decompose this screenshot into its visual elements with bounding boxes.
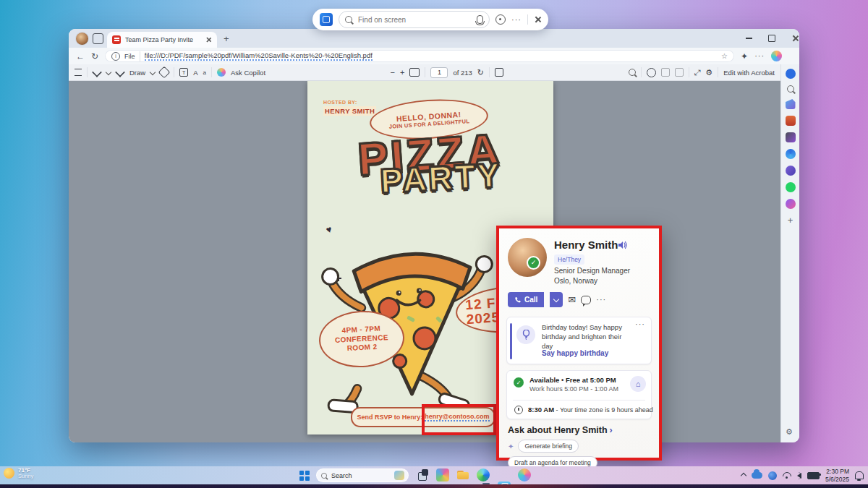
- url-text[interactable]: file:///D:/PDF/sample%20pdf/William%20Sa…: [145, 51, 373, 61]
- edit-with-acrobat-button[interactable]: Edit with Acrobat: [723, 69, 775, 77]
- onedrive-icon[interactable]: [752, 472, 762, 479]
- contact-more-icon[interactable]: ···: [596, 296, 606, 304]
- find-on-screen-input[interactable]: [357, 15, 472, 25]
- fit-to-width-icon[interactable]: [409, 68, 420, 77]
- contact-avatar[interactable]: [508, 238, 547, 277]
- file-explorer-icon[interactable]: [456, 468, 469, 481]
- browser-toolbar: ← ↻ i File file:///D:/PDF/sample%20pdf/W…: [69, 48, 799, 64]
- task-view-button[interactable]: [416, 468, 429, 481]
- tab-close-icon[interactable]: [205, 37, 211, 43]
- text-box-icon[interactable]: T: [179, 68, 188, 77]
- translate-icon[interactable]: a: [203, 69, 206, 76]
- birthday-more-icon[interactable]: ···: [635, 320, 645, 328]
- add-sidebar-app-icon[interactable]: +: [788, 215, 793, 225]
- whatsapp-icon[interactable]: [786, 182, 796, 192]
- favorites-star-icon[interactable]: ☆: [721, 52, 728, 60]
- tray-time: 2:30 PM: [826, 468, 849, 475]
- browser-profile-avatar[interactable]: [75, 32, 89, 46]
- settings-gear-icon[interactable]: ⚙: [705, 69, 712, 77]
- microphone-icon[interactable]: [477, 15, 483, 24]
- suggestion-generate-briefing[interactable]: Generate briefing: [518, 440, 579, 453]
- read-aloud-icon[interactable]: A: [193, 69, 197, 77]
- drop-icon[interactable]: [786, 166, 796, 176]
- wifi-icon[interactable]: [783, 472, 791, 479]
- start-button[interactable]: [299, 471, 310, 481]
- find-on-screen-bar: ···: [312, 9, 548, 30]
- search-icon: [345, 16, 352, 23]
- edge-taskbar-icon[interactable]: [477, 468, 490, 481]
- ask-copilot-label[interactable]: Ask Copilot: [231, 69, 265, 77]
- call-dropdown-button[interactable]: [550, 292, 563, 307]
- tray-overflow-icon[interactable]: [741, 472, 746, 478]
- save-icon[interactable]: [661, 68, 670, 77]
- notifications-bell-icon[interactable]: [786, 69, 796, 79]
- window-close-button[interactable]: [784, 29, 799, 48]
- table-of-contents-icon[interactable]: [75, 69, 82, 76]
- ask-about-label: Ask about Henry Smith: [508, 425, 608, 435]
- eraser-icon[interactable]: [158, 67, 171, 79]
- say-happy-birthday-link[interactable]: Say happy birthday: [542, 349, 608, 357]
- find-on-screen-field[interactable]: [339, 11, 490, 28]
- more-options-icon[interactable]: ···: [511, 16, 522, 24]
- minimize-button[interactable]: [738, 29, 760, 48]
- microsoft365-icon[interactable]: [786, 149, 796, 159]
- browser-menu-icon[interactable]: ···: [754, 52, 765, 60]
- email-icon[interactable]: ✉: [568, 295, 576, 304]
- weather-widget[interactable]: 71°F Sunny: [4, 467, 33, 480]
- search-highlight-icon: [394, 471, 404, 480]
- tab-title: Team Pizza Party Invite: [125, 36, 200, 43]
- call-button[interactable]: Call: [508, 292, 544, 307]
- copilot-pdf-icon[interactable]: [217, 68, 226, 77]
- sidebar-settings-icon[interactable]: ⚙: [786, 427, 793, 437]
- tab-actions-icon[interactable]: [93, 33, 103, 44]
- ask-about-heading[interactable]: Ask about Henry Smith›: [508, 425, 613, 435]
- desktop: ··· Team Pizza Party Invite + ← ↻ i File: [0, 0, 868, 488]
- volume-icon[interactable]: [797, 473, 801, 479]
- media-app-icon[interactable]: [436, 468, 449, 481]
- tray-app-icon[interactable]: [768, 471, 777, 480]
- email-annotation-box: [422, 404, 496, 435]
- save-as-icon[interactable]: [675, 68, 684, 77]
- back-icon[interactable]: ←: [76, 52, 85, 61]
- fullscreen-icon[interactable]: ⤢: [694, 69, 701, 77]
- pronouns-chip: He/They: [554, 254, 584, 265]
- refresh-icon[interactable]: ↻: [91, 52, 98, 61]
- pdf-search-icon[interactable]: [629, 69, 636, 76]
- page-info-icon[interactable]: i: [111, 52, 120, 61]
- tools-icon[interactable]: [786, 116, 796, 126]
- copilot-icon[interactable]: [771, 51, 782, 61]
- draw-dropdown-icon[interactable]: [150, 69, 156, 75]
- chat-icon[interactable]: [581, 296, 591, 304]
- notification-center-icon[interactable]: [855, 471, 864, 479]
- collections-icon[interactable]: ✦: [741, 52, 748, 61]
- battery-icon[interactable]: [807, 472, 820, 479]
- highlighter-icon[interactable]: [115, 67, 125, 77]
- taskbar-search[interactable]: Search: [316, 468, 409, 482]
- pen-icon[interactable]: [92, 67, 102, 77]
- copilot-taskbar-icon[interactable]: [518, 468, 531, 481]
- page-view-icon[interactable]: [495, 68, 503, 77]
- messenger-icon[interactable]: [786, 199, 796, 209]
- draw-label[interactable]: Draw: [129, 69, 145, 77]
- page-number-input[interactable]: [430, 67, 448, 78]
- close-icon[interactable]: [534, 16, 541, 23]
- zoom-out-icon[interactable]: −: [391, 69, 395, 77]
- new-tab-button[interactable]: +: [224, 34, 229, 43]
- maximize-button[interactable]: [761, 29, 783, 48]
- print-icon[interactable]: [647, 68, 656, 77]
- rotate-icon[interactable]: ↻: [477, 69, 484, 77]
- tab-team-pizza-party[interactable]: Team Pizza Party Invite: [107, 32, 217, 48]
- weather-condition: Sunny: [18, 474, 33, 480]
- address-bar[interactable]: i File file:///D:/PDF/sample%20pdf/Willi…: [105, 50, 734, 62]
- shopping-tag-icon[interactable]: [786, 99, 796, 109]
- pronounce-name-icon[interactable]: [618, 241, 627, 251]
- clock[interactable]: 2:30 PM 5/6/2025: [825, 468, 849, 482]
- rsvp-prefix: Send RSVP to Henry:: [357, 414, 422, 421]
- games-icon[interactable]: [786, 132, 796, 142]
- divider: [689, 67, 689, 77]
- pen-dropdown-icon[interactable]: [106, 69, 111, 75]
- zoom-in-icon[interactable]: +: [400, 69, 404, 77]
- target-settings-icon[interactable]: [495, 14, 506, 25]
- work-from-home-icon[interactable]: ⌂: [630, 376, 646, 392]
- sidebar-search-icon[interactable]: [787, 85, 794, 93]
